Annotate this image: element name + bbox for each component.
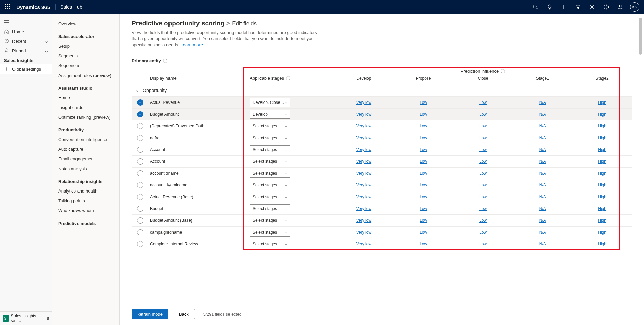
influence-link[interactable]: High — [572, 171, 632, 176]
subnav-assignment-rules[interactable]: Assignment rules (preview) — [52, 70, 119, 80]
row-checkbox[interactable] — [137, 217, 143, 224]
influence-link[interactable]: Low — [394, 206, 453, 211]
row-checkbox[interactable] — [137, 206, 143, 212]
influence-link[interactable]: Very low — [334, 159, 394, 164]
lightbulb-icon[interactable] — [543, 0, 556, 14]
influence-link[interactable]: N/A — [513, 112, 572, 117]
subnav-sequences[interactable]: Sequences — [52, 61, 119, 70]
subnav-segments[interactable]: Segments — [52, 51, 119, 61]
subnav-analytics[interactable]: Analytics and health — [52, 186, 119, 196]
influence-link[interactable]: Very low — [334, 218, 394, 223]
stage-select[interactable]: Select stages⌵ — [250, 204, 290, 213]
influence-link[interactable]: Low — [394, 147, 453, 152]
help-icon[interactable] — [600, 0, 613, 14]
row-checkbox[interactable] — [137, 170, 143, 176]
info-icon[interactable]: i — [163, 59, 167, 63]
stage-select[interactable]: Select stages⌵ — [250, 216, 290, 225]
influence-link[interactable]: Very low — [334, 242, 394, 246]
influence-link[interactable]: High — [572, 112, 632, 117]
influence-link[interactable]: High — [572, 136, 632, 140]
influence-link[interactable]: N/A — [513, 242, 572, 246]
influence-link[interactable]: Low — [453, 206, 513, 211]
influence-link[interactable]: Low — [394, 183, 453, 187]
influence-link[interactable]: Low — [453, 112, 513, 117]
influence-link[interactable]: High — [572, 159, 632, 164]
avatar[interactable]: KS — [630, 2, 639, 12]
gear-icon[interactable] — [585, 0, 599, 14]
influence-link[interactable]: Very low — [334, 230, 394, 235]
stage-select[interactable]: Select stages⌵ — [250, 157, 290, 166]
subnav-whoknows[interactable]: Who knows whom — [52, 206, 119, 215]
stage-select[interactable]: Select stages⌵ — [250, 193, 290, 201]
subnav-autocapture[interactable]: Auto capture — [52, 144, 119, 154]
influence-link[interactable]: Very low — [334, 183, 394, 187]
subnav-overview[interactable]: Overview — [52, 19, 119, 29]
influence-link[interactable]: High — [572, 183, 632, 187]
influence-link[interactable]: N/A — [513, 124, 572, 128]
influence-link[interactable]: N/A — [513, 183, 572, 187]
influence-link[interactable]: Low — [394, 171, 453, 176]
influence-link[interactable]: High — [572, 242, 632, 246]
influence-link[interactable]: N/A — [513, 195, 572, 199]
nav-home[interactable]: Home — [0, 27, 52, 36]
stage-select[interactable]: Select stages⌵ — [250, 145, 290, 154]
influence-link[interactable]: Very low — [334, 171, 394, 176]
subnav-talking[interactable]: Talking points — [52, 196, 119, 206]
stage-select[interactable]: Select stages⌵ — [250, 240, 290, 248]
subnav-notes[interactable]: Notes analysis — [52, 164, 119, 174]
influence-link[interactable]: Low — [394, 112, 453, 117]
retrain-button[interactable]: Retrain model — [132, 309, 168, 319]
influence-link[interactable]: N/A — [513, 147, 572, 152]
influence-link[interactable]: Low — [453, 183, 513, 187]
influence-link[interactable]: Low — [453, 136, 513, 140]
plus-icon[interactable] — [557, 0, 571, 14]
influence-link[interactable]: Very low — [334, 112, 394, 117]
influence-link[interactable]: N/A — [513, 171, 572, 176]
influence-link[interactable]: Low — [453, 171, 513, 176]
row-checkbox[interactable] — [137, 182, 143, 188]
influence-link[interactable]: Very low — [334, 195, 394, 199]
subnav-optimize[interactable]: Optimize ranking (preview) — [52, 112, 119, 122]
assistant-icon[interactable] — [614, 0, 627, 14]
influence-link[interactable]: Low — [394, 124, 453, 128]
subnav-ci[interactable]: Conversation intelligence — [52, 135, 119, 144]
row-checkbox[interactable] — [137, 194, 143, 200]
influence-link[interactable]: Low — [394, 136, 453, 140]
influence-link[interactable]: Very low — [334, 124, 394, 128]
influence-link[interactable]: N/A — [513, 136, 572, 140]
influence-link[interactable]: Low — [453, 147, 513, 152]
row-checkbox[interactable] — [137, 158, 143, 165]
nav-pinned[interactable]: Pinned ⌵ — [0, 46, 52, 55]
hamburger-icon[interactable] — [0, 14, 52, 27]
stage-select[interactable]: Select stages⌵ — [250, 134, 290, 142]
influence-link[interactable]: N/A — [513, 159, 572, 164]
influence-link[interactable]: N/A — [513, 218, 572, 223]
row-checkbox[interactable] — [137, 147, 143, 153]
stage-select[interactable]: Select stages⌵ — [250, 122, 290, 130]
influence-link[interactable]: Low — [453, 100, 513, 105]
influence-link[interactable]: High — [572, 124, 632, 128]
info-icon[interactable]: i — [286, 76, 290, 80]
group-opportunity[interactable]: ⌵ Opportunity — [132, 84, 632, 96]
influence-link[interactable]: Very low — [334, 136, 394, 140]
subnav-insight-cards[interactable]: Insight cards — [52, 102, 119, 112]
row-checkbox[interactable] — [137, 135, 143, 141]
influence-link[interactable]: High — [572, 230, 632, 235]
stage-select[interactable]: Select stages⌵ — [250, 181, 290, 189]
search-icon[interactable] — [529, 0, 542, 14]
influence-link[interactable]: Low — [394, 195, 453, 199]
learn-more-link[interactable]: Learn more — [181, 42, 203, 47]
influence-link[interactable]: Low — [453, 230, 513, 235]
influence-link[interactable]: Very low — [334, 206, 394, 211]
influence-link[interactable]: Low — [394, 230, 453, 235]
nav-area-switcher[interactable]: SI Sales Insights sett... ⇵ — [0, 311, 52, 325]
row-checkbox[interactable] — [137, 99, 143, 106]
stage-select[interactable]: Select stages⌵ — [250, 228, 290, 237]
influence-link[interactable]: N/A — [513, 230, 572, 235]
subnav-setup[interactable]: Setup — [52, 41, 119, 51]
app-launcher-icon[interactable] — [5, 4, 11, 10]
influence-link[interactable]: Very low — [334, 147, 394, 152]
row-checkbox[interactable] — [137, 123, 143, 129]
influence-link[interactable]: Low — [394, 242, 453, 246]
influence-link[interactable]: Low — [453, 218, 513, 223]
